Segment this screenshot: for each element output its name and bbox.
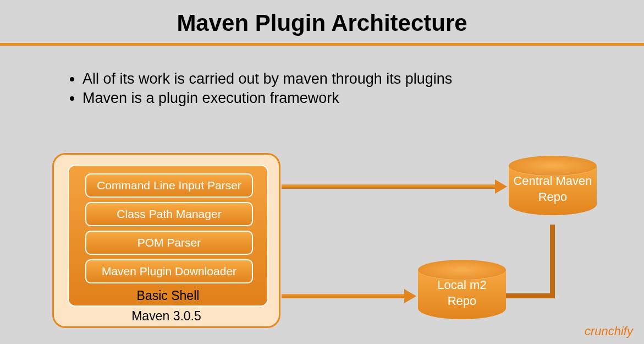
maven-version-label: Maven 3.0.5 xyxy=(54,309,279,324)
arrow-to-central xyxy=(282,184,496,189)
central-maven-repo: Central MavenRepo xyxy=(509,156,597,225)
bullet-list: All of its work is carried out by maven … xyxy=(60,70,644,107)
component-classpath-manager: Class Path Manager xyxy=(85,202,253,226)
basic-shell-label: Basic Shell xyxy=(69,288,267,303)
local-repo-label: Local m2Repo xyxy=(418,277,506,309)
connector-vertical xyxy=(550,225,555,298)
bullet-item: Maven is a plugin execution framework xyxy=(82,90,644,107)
brand-watermark: crunchify xyxy=(585,324,633,338)
basic-shell-container: Command Line Input Parser Class Path Man… xyxy=(68,165,268,307)
local-m2-repo: Local m2Repo xyxy=(418,260,506,329)
divider xyxy=(0,43,644,46)
central-repo-label: Central MavenRepo xyxy=(509,173,597,205)
connector-horizontal xyxy=(505,293,552,298)
component-cli-parser: Command Line Input Parser xyxy=(85,173,253,198)
page-title: Maven Plugin Architecture xyxy=(0,0,644,43)
component-pom-parser: POM Parser xyxy=(85,231,253,255)
maven-container: Command Line Input Parser Class Path Man… xyxy=(52,153,280,328)
arrow-to-local xyxy=(282,294,405,298)
bullet-item: All of its work is carried out by maven … xyxy=(82,70,644,88)
component-plugin-downloader: Maven Plugin Downloader xyxy=(85,259,253,283)
